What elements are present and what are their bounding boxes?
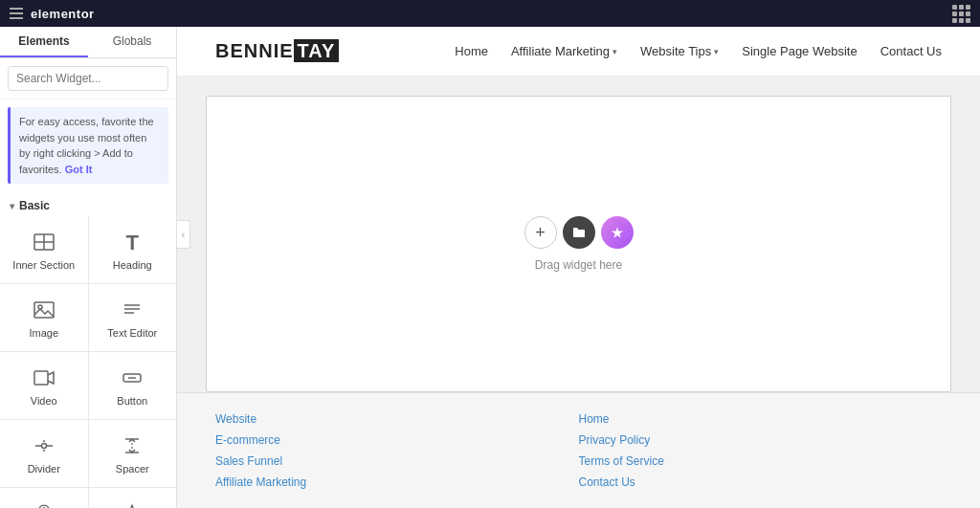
footer-link-contact-us[interactable]: Contact Us [579, 475, 943, 489]
widget-button[interactable]: Button [89, 352, 177, 419]
widget-text-editor[interactable]: Text Editor [89, 284, 177, 351]
footer-link-terms-of-service[interactable]: Terms of Service [579, 454, 943, 468]
sidebar: Elements Globals For easy access, favori… [0, 27, 177, 508]
svg-point-12 [41, 443, 46, 448]
svg-rect-8 [34, 371, 48, 385]
inner-section-label: Inner Section [12, 259, 75, 271]
image-label: Image [29, 327, 58, 339]
icon-widget-icon [122, 503, 143, 509]
elementor-logo: elementor [31, 7, 95, 21]
hamburger-icon[interactable] [10, 8, 23, 19]
menu-item-affiliate-marketing[interactable]: Affiliate Marketing ▾ [511, 44, 617, 58]
text-editor-icon [122, 301, 142, 321]
widget-google-maps[interactable]: Google Maps [0, 488, 88, 508]
site-footer: Website E-commerce Sales Funnel Affiliat… [177, 392, 980, 508]
inner-section-icon [33, 233, 55, 254]
divider-label: Divider [28, 463, 60, 475]
footer-link-privacy-policy[interactable]: Privacy Policy [579, 433, 943, 447]
menu-item-single-page-website[interactable]: Single Page Website [742, 44, 857, 58]
site-navigation: BENNIETAY Home Affiliate Marketing ▾ Web… [177, 27, 980, 77]
top-bar-left: elementor [10, 7, 95, 21]
editor-section[interactable]: + Drag wi [206, 96, 951, 392]
divider-icon [33, 437, 55, 457]
add-widget-button[interactable]: + [524, 216, 557, 249]
site-logo-highlight: TAY [294, 39, 340, 62]
menu-item-contact-us[interactable]: Contact Us [880, 44, 942, 58]
ai-magic-button[interactable] [601, 216, 634, 249]
footer-link-website[interactable]: Website [215, 412, 579, 426]
affiliate-marketing-chevron: ▾ [612, 47, 617, 56]
widget-icon[interactable]: Icon [89, 488, 177, 508]
widget-divider[interactable]: Divider [0, 420, 88, 487]
tab-elements[interactable]: Elements [0, 27, 88, 57]
footer-col-1: Website E-commerce Sales Funnel Affiliat… [215, 412, 579, 489]
video-icon [33, 369, 55, 389]
drop-zone-buttons: + [524, 216, 634, 249]
widget-search-container [0, 58, 176, 99]
grid-apps-icon[interactable] [952, 5, 970, 23]
image-icon [33, 301, 55, 321]
widget-image[interactable]: Image [0, 284, 88, 351]
footer-link-affiliate-marketing[interactable]: Affiliate Marketing [215, 475, 579, 489]
website-tips-chevron: ▾ [714, 47, 719, 56]
widget-grid: Inner Section T Heading Image [0, 216, 176, 508]
heading-icon: T [126, 232, 139, 254]
footer-link-home[interactable]: Home [579, 412, 943, 426]
widget-heading[interactable]: T Heading [89, 216, 177, 283]
got-it-link[interactable]: Got It [65, 164, 93, 175]
button-label: Button [117, 395, 147, 407]
sidebar-tabs: Elements Globals [0, 27, 176, 58]
svg-marker-19 [123, 505, 142, 509]
favorites-tip: For easy access, favorite the widgets yo… [8, 107, 168, 184]
heading-label: Heading [113, 259, 152, 271]
widget-spacer[interactable]: Spacer [89, 420, 177, 487]
button-icon [122, 369, 143, 389]
drop-zone: + Drag wi [524, 216, 634, 272]
canvas-area: BENNIETAY Home Affiliate Marketing ▾ Web… [177, 27, 980, 508]
footer-link-ecommerce[interactable]: E-commerce [215, 433, 579, 447]
collapse-handle[interactable]: ‹ [177, 220, 190, 249]
site-logo: BENNIETAY [215, 40, 339, 62]
google-maps-icon [33, 503, 55, 509]
video-label: Video [31, 395, 57, 407]
website-preview: BENNIETAY Home Affiliate Marketing ▾ Web… [177, 27, 980, 508]
drag-widget-label: Drag widget here [535, 258, 622, 272]
menu-item-home[interactable]: Home [455, 44, 488, 58]
menu-item-website-tips[interactable]: Website Tips ▾ [640, 44, 719, 58]
footer-col-2: Home Privacy Policy Terms of Service Con… [579, 412, 943, 489]
footer-link-sales-funnel[interactable]: Sales Funnel [215, 454, 579, 468]
main-layout: Elements Globals For easy access, favori… [0, 27, 980, 508]
basic-section-title: Basic [0, 191, 176, 216]
spacer-label: Spacer [116, 463, 149, 475]
widget-video[interactable]: Video [0, 352, 88, 419]
editor-content: ‹ + [177, 77, 980, 392]
svg-rect-3 [34, 302, 54, 318]
top-bar: elementor [0, 0, 980, 27]
spacer-icon [122, 437, 143, 457]
site-menu: Home Affiliate Marketing ▾ Website Tips … [455, 44, 942, 58]
widget-inner-section[interactable]: Inner Section [0, 216, 88, 283]
template-library-button[interactable] [563, 216, 595, 249]
text-editor-label: Text Editor [107, 327, 157, 339]
tab-globals[interactable]: Globals [88, 27, 176, 57]
search-input[interactable] [8, 66, 168, 91]
